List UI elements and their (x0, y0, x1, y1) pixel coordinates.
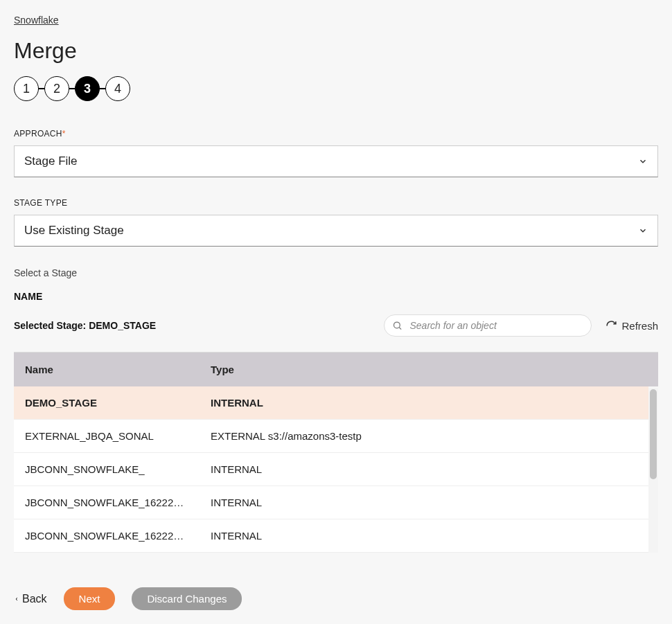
table-row[interactable]: JBCONN_SNOWFLAKE_1622273060...INTERNAL (14, 519, 648, 553)
table-row[interactable]: JBCONN_SNOWFLAKE_INTERNAL (14, 453, 648, 486)
step-1[interactable]: 1 (14, 76, 39, 101)
svg-line-1 (400, 328, 402, 330)
cell-name: JBCONN_SNOWFLAKE_1622273060... (14, 519, 200, 552)
table-row[interactable]: DEMO_STAGEINTERNAL (14, 386, 648, 420)
stepper: 1234 (14, 76, 658, 101)
cell-type: INTERNAL (200, 453, 648, 485)
step-connector (39, 88, 44, 89)
step-2[interactable]: 2 (44, 76, 69, 101)
approach-select[interactable]: Stage File (14, 145, 658, 177)
select-stage-label: Select a Stage (14, 267, 658, 278)
refresh-button[interactable]: Refresh (605, 320, 658, 332)
chevron-down-icon (638, 157, 648, 166)
stage-type-label: STAGE TYPE (14, 198, 658, 208)
stage-type-select[interactable]: Use Existing Stage (14, 215, 658, 247)
cell-type: INTERNAL (200, 486, 648, 519)
step-4[interactable]: 4 (105, 76, 130, 101)
search-icon (392, 321, 403, 331)
back-label: Back (22, 593, 47, 605)
search-input[interactable] (384, 314, 592, 337)
approach-value: Stage File (24, 154, 78, 168)
step-connector (100, 88, 105, 89)
chevron-left-icon (14, 595, 19, 603)
footer: Back Next Discard Changes (14, 587, 658, 610)
step-connector (69, 88, 75, 89)
back-button[interactable]: Back (14, 593, 47, 605)
table-header: Name Type (14, 353, 658, 386)
cell-name: JBCONN_SNOWFLAKE_1622272828... (14, 486, 200, 519)
name-label: NAME (14, 291, 658, 302)
cell-type: EXTERNAL s3://amazons3-testp (200, 420, 648, 452)
selected-stage-text: Selected Stage: DEMO_STAGE (14, 320, 156, 331)
scrollbar[interactable] (648, 388, 658, 553)
cell-type: INTERNAL (200, 386, 648, 419)
stage-table: Name Type DEMO_STAGEINTERNALEXTERNAL_JBQ… (14, 352, 658, 553)
breadcrumb-link[interactable]: Snowflake (14, 15, 59, 26)
table-row[interactable]: EXTERNAL_JBQA_SONALEXTERNAL s3://amazons… (14, 420, 648, 453)
cell-name: JBCONN_SNOWFLAKE_ (14, 453, 200, 485)
page-title: Merge (14, 38, 658, 64)
chevron-down-icon (638, 226, 648, 235)
scrollbar-thumb[interactable] (650, 389, 657, 479)
cell-name: DEMO_STAGE (14, 386, 200, 419)
header-name: Name (14, 353, 200, 386)
table-row[interactable]: JBCONN_SNOWFLAKE_1622272828...INTERNAL (14, 486, 648, 519)
discard-button[interactable]: Discard Changes (132, 587, 242, 610)
refresh-icon (605, 320, 617, 332)
refresh-label: Refresh (621, 320, 658, 332)
header-type: Type (200, 353, 658, 386)
step-3[interactable]: 3 (75, 76, 100, 101)
table-body: DEMO_STAGEINTERNALEXTERNAL_JBQA_SONALEXT… (14, 386, 648, 553)
approach-label: APPROACH* (14, 129, 658, 139)
stage-type-value: Use Existing Stage (24, 224, 124, 238)
svg-point-0 (394, 322, 400, 328)
cell-name: EXTERNAL_JBQA_SONAL (14, 420, 200, 452)
next-button[interactable]: Next (64, 587, 116, 610)
cell-type: INTERNAL (200, 519, 648, 552)
